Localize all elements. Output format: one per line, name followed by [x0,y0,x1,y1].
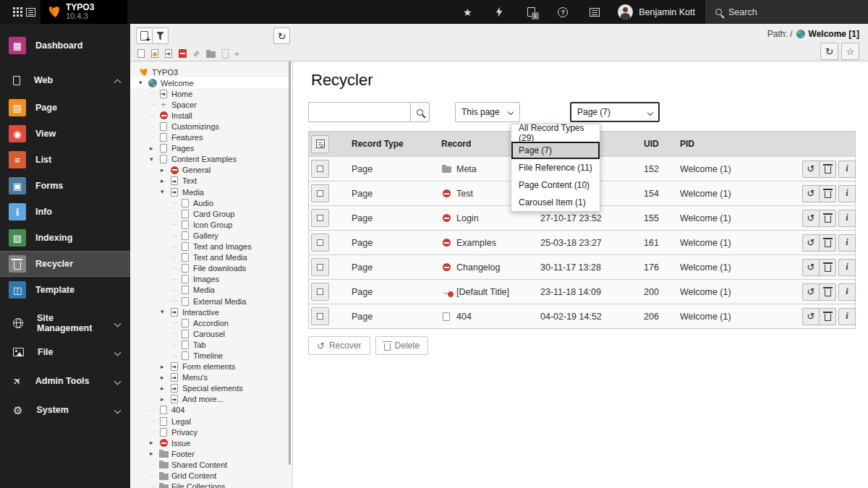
drag-new-mountpoint-icon[interactable] [179,49,187,58]
tree-item-text-and-images[interactable]: Text and Images [130,241,292,252]
tree-item-spacer[interactable]: ÷Spacer [130,99,292,110]
tree-item-footer[interactable]: ▸Footer [130,448,292,459]
tree-item-media[interactable]: ▾Media [130,187,292,197]
help-button[interactable]: ? [547,0,579,24]
tree-expander-closed[interactable]: ▸ [150,450,158,457]
refresh-tree-button[interactable]: ↻ [273,27,290,44]
row-checkbox-button[interactable] [311,184,329,202]
tree-item-and-more[interactable]: ▸And more... [130,394,292,405]
tree-item-timeline[interactable]: Timeline [130,350,292,361]
tree-item-tab[interactable]: Tab [130,339,292,350]
sidebar-section-admin-tools[interactable]: ✈Admin Tools [0,367,130,395]
drag-new-folder-icon[interactable] [206,51,216,58]
tree-item-audio[interactable]: Audio [130,197,292,208]
tree-item-grid-content[interactable]: Grid Content [130,470,292,481]
tree-item-media[interactable]: Media [130,285,292,296]
row-recover-button[interactable]: ↺ [802,185,820,202]
sidebar-item-view[interactable]: ◉View [0,121,130,147]
drag-new-page-icon[interactable] [137,49,145,58]
row-checkbox-button[interactable] [311,234,329,252]
tree-expander-closed[interactable]: ▸ [150,145,158,152]
recycler-search-input[interactable] [308,102,410,122]
row-delete-button[interactable] [819,259,836,276]
tree-item-issue[interactable]: ▸Issue [130,437,292,448]
pagetree-toggle-button[interactable] [20,0,41,24]
tree-expander-closed[interactable]: ▸ [161,385,169,392]
system-information-button[interactable] [579,0,610,24]
row-delete-button[interactable] [819,210,836,227]
clear-cache-button[interactable] [483,0,515,24]
recycler-search-button[interactable] [410,102,430,122]
dropdown-option-page-content-10[interactable]: Page Content (10) [511,176,600,194]
row-recover-button[interactable]: ↺ [802,234,820,252]
tree-item-menu-s[interactable]: ▸Menu's [130,372,292,383]
tree-item-external-media[interactable]: External Media [130,296,292,307]
tree-item-file-downloads[interactable]: File downloads [130,263,292,274]
tree-item-images[interactable]: Images [130,274,292,285]
row-info-button[interactable]: i [838,160,856,178]
bookmark-module-button[interactable]: ☆ [841,43,859,60]
tree-item-special-elements[interactable]: ▸Special elements [130,383,292,394]
tree-item-gallery[interactable]: Gallery [130,230,292,241]
depth-select[interactable]: This page [455,102,520,122]
tree-expander-closed[interactable]: ▸ [161,178,169,184]
user-menu[interactable]: Benjamin Kott [610,0,705,24]
filter-tree-button[interactable] [152,27,169,44]
tree-item-typo3[interactable]: TYPO3 [130,67,292,77]
global-search[interactable]: Search [705,0,868,24]
row-info-button[interactable]: i [838,210,856,227]
bookmarks-button[interactable]: ★ [451,0,483,24]
tree-item-install[interactable]: Install [130,110,292,121]
tree-expander-open[interactable]: ▾ [150,156,158,163]
sidebar-item-indexing[interactable]: ▧Indexing [0,225,130,251]
tree-expander-closed[interactable]: ▸ [150,440,158,446]
tree-item-text[interactable]: ▸Text [130,176,292,187]
drag-new-page-user-icon[interactable] [151,49,158,58]
dropdown-option-carousel-item-1[interactable]: Carousel Item (1) [511,194,600,211]
row-checkbox-button[interactable] [311,160,329,178]
reload-module-button[interactable]: ↻ [820,43,838,60]
row-checkbox-button[interactable] [311,283,329,301]
row-info-button[interactable]: i [838,185,856,202]
sidebar-item-info[interactable]: iInfo [0,199,130,225]
tree-item-general[interactable]: ▸General [130,165,292,176]
row-delete-button[interactable] [819,283,836,301]
row-info-button[interactable]: i [838,259,856,276]
row-delete-button[interactable] [819,234,836,252]
recover-button[interactable]: ↺Recover [308,336,370,355]
row-delete-button[interactable] [819,185,836,202]
row-recover-button[interactable]: ↺ [802,259,820,276]
tree-expander-closed[interactable]: ▸ [161,396,169,403]
tree-item-interactive[interactable]: ▾Interactive [130,307,292,317]
tree-item-icon-group[interactable]: Icon Group [130,219,292,230]
tree-item-welcome[interactable]: ▾Welcome [130,77,292,88]
sidebar-section-file[interactable]: File [0,338,130,367]
row-info-button[interactable]: i [838,234,856,252]
row-recover-button[interactable]: ↺ [802,160,820,178]
tree-expander-open[interactable]: ▾ [161,309,169,315]
tree-expander-closed[interactable]: ▸ [161,167,169,174]
row-checkbox-button[interactable] [311,209,329,227]
tree-item-accordion[interactable]: Accordion [130,317,292,328]
dropdown-option-all-record-types-29[interactable]: All Record Types (29) [511,124,600,142]
dropdown-option-file-reference-11[interactable]: File Reference (11) [511,159,600,176]
tree-item-text-and-media[interactable]: Text and Media [130,252,292,263]
tree-scrollbar[interactable] [289,61,291,465]
tree-item-404[interactable]: 404 [130,405,292,416]
sidebar-item-forms[interactable]: ▣Forms [0,173,130,199]
tree-item-features[interactable]: Features [130,132,292,143]
row-delete-button[interactable] [819,308,836,325]
tree-item-pages[interactable]: ▸Pages [130,143,292,154]
tree-expander-closed[interactable]: ▸ [161,374,169,381]
tree-item-privacy[interactable]: Privacy [130,427,292,437]
record-type-select[interactable]: Page (7) [570,102,660,122]
row-info-button[interactable]: i [838,308,856,325]
row-recover-button[interactable]: ↺ [802,308,820,325]
drag-new-link-icon[interactable]: ∞ [191,48,202,59]
row-info-button[interactable]: i [838,283,856,301]
sidebar-item-list[interactable]: ≡List [0,147,130,173]
tree-item-home[interactable]: Home [130,88,292,99]
sidebar-item-page[interactable]: ▤Page [0,95,130,121]
select-all-button[interactable] [311,135,329,153]
row-checkbox-button[interactable] [311,258,329,276]
